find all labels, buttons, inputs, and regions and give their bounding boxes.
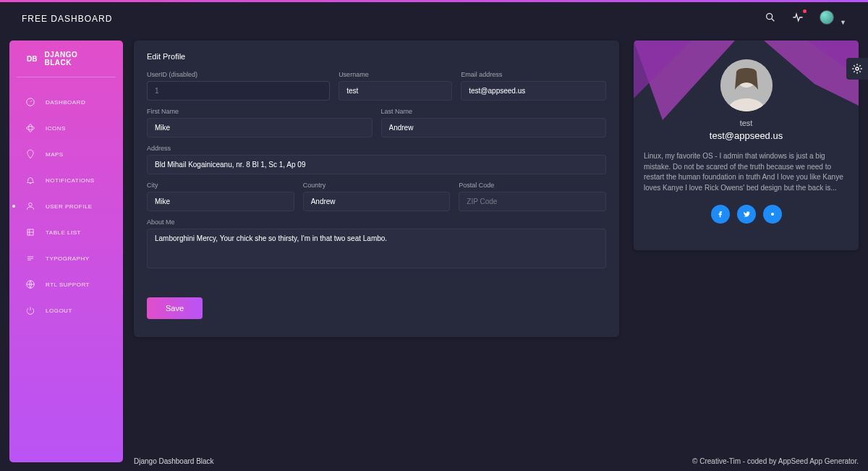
search-icon[interactable] xyxy=(765,12,776,26)
label-firstname: First Name xyxy=(147,108,373,115)
profile-avatar xyxy=(720,59,773,111)
sidebar-item-label: RTL SUPPORT xyxy=(46,281,90,288)
sidebar-logo-text: DJANGO BLACK xyxy=(44,51,106,67)
sidebar-item-label: TYPOGRAPHY xyxy=(46,255,90,262)
user-icon xyxy=(25,201,35,211)
address-field[interactable] xyxy=(147,155,606,174)
sidebar-item-logout[interactable]: LOGOUT xyxy=(9,297,123,323)
svg-point-0 xyxy=(766,14,772,20)
svg-point-14 xyxy=(856,67,859,70)
settings-tab[interactable] xyxy=(846,58,868,80)
sidebar-item-label: MAPS xyxy=(46,151,64,158)
notification-dot xyxy=(803,9,807,13)
text-icon xyxy=(25,253,35,263)
lastname-field[interactable] xyxy=(381,118,607,137)
profile-card: test test@appseed.us Linux, my favorite … xyxy=(634,41,859,250)
svg-point-13 xyxy=(771,213,774,216)
profile-name: test xyxy=(644,119,848,127)
edit-profile-card: Edit Profile UserID (disabled) Username … xyxy=(134,41,619,337)
footer-left: Django Dashboard Black xyxy=(134,457,214,465)
sidebar-item-label: DASHBOARD xyxy=(46,99,85,106)
label-country: Country xyxy=(303,182,451,189)
atom-icon xyxy=(25,123,35,133)
sidebar-item-icons[interactable]: ICONS xyxy=(9,115,123,141)
puzzle-icon xyxy=(25,227,35,237)
email-field[interactable] xyxy=(461,81,606,101)
sidebar-item-table-list[interactable]: TABLE LIST xyxy=(9,219,123,245)
svg-point-4 xyxy=(29,124,33,132)
label-about: About Me xyxy=(147,218,606,226)
globe-icon xyxy=(25,279,35,289)
brand-title: FREE DASHBOARD xyxy=(22,14,112,24)
city-field[interactable] xyxy=(147,192,294,211)
firstname-field[interactable] xyxy=(147,118,373,137)
label-city: City xyxy=(147,182,294,189)
facebook-button[interactable] xyxy=(711,205,730,224)
pin-icon xyxy=(25,149,35,159)
gear-icon xyxy=(851,63,863,75)
postal-field[interactable] xyxy=(459,192,606,211)
profile-email: test@appseed.us xyxy=(644,130,848,141)
sidebar: DB DJANGO BLACK DASHBOARD ICONS MAPS NOT… xyxy=(9,41,123,462)
user-menu[interactable]: ▼ xyxy=(820,10,846,27)
username-field[interactable] xyxy=(339,81,452,101)
label-postal: Postal Code xyxy=(459,182,606,189)
bell-icon xyxy=(25,175,35,185)
sidebar-item-label: NOTIFICATIONS xyxy=(46,177,95,184)
userid-field xyxy=(147,81,330,101)
sidebar-item-user-profile[interactable]: USER PROFILE xyxy=(9,193,123,219)
gauge-icon xyxy=(25,97,35,107)
header: FREE DASHBOARD ▼ xyxy=(0,2,868,35)
chevron-down-icon: ▼ xyxy=(840,19,846,26)
svg-line-1 xyxy=(772,19,774,21)
svg-point-3 xyxy=(27,127,35,130)
sidebar-item-dashboard[interactable]: DASHBOARD xyxy=(9,89,123,115)
sidebar-item-label: ICONS xyxy=(46,125,66,132)
label-address: Address xyxy=(147,145,606,152)
profile-description: Linux, my favorite OS - I admin that win… xyxy=(644,151,848,193)
activity-icon[interactable] xyxy=(792,12,804,26)
label-lastname: Last Name xyxy=(381,108,607,115)
about-field[interactable]: Lamborghini Mercy, Your chick she so thi… xyxy=(147,229,606,268)
sidebar-item-maps[interactable]: MAPS xyxy=(9,141,123,167)
country-field[interactable] xyxy=(303,192,451,211)
power-icon xyxy=(25,305,35,315)
sidebar-item-typography[interactable]: TYPOGRAPHY xyxy=(9,245,123,271)
google-button[interactable] xyxy=(763,205,782,224)
sidebar-item-label: LOGOUT xyxy=(46,307,72,314)
sidebar-item-label: TABLE LIST xyxy=(46,229,81,236)
label-userid: UserID (disabled) xyxy=(147,71,330,78)
twitter-button[interactable] xyxy=(737,205,756,224)
sidebar-brand[interactable]: DB DJANGO BLACK xyxy=(17,51,116,77)
card-title: Edit Profile xyxy=(147,52,606,61)
label-username: Username xyxy=(339,71,452,78)
sidebar-item-label: USER PROFILE xyxy=(46,203,93,210)
save-button[interactable]: Save xyxy=(147,297,203,319)
footer-right: © Creative-Tim - coded by AppSeed App Ge… xyxy=(692,457,859,465)
sidebar-logo-short: DB xyxy=(27,55,37,63)
sidebar-item-rtl[interactable]: RTL SUPPORT xyxy=(9,271,123,297)
label-email: Email address xyxy=(461,71,606,78)
sidebar-item-notifications[interactable]: NOTIFICATIONS xyxy=(9,167,123,193)
svg-point-5 xyxy=(29,203,33,206)
avatar xyxy=(820,10,834,25)
